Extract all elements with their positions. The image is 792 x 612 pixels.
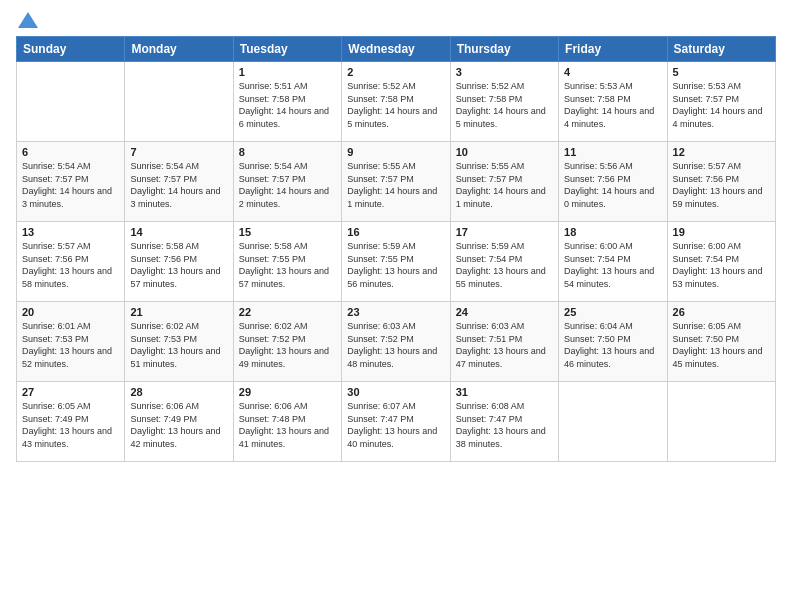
day-info: Sunrise: 6:00 AM Sunset: 7:54 PM Dayligh… — [673, 240, 770, 290]
day-number: 6 — [22, 146, 119, 158]
day-number: 3 — [456, 66, 553, 78]
calendar-cell: 3Sunrise: 5:52 AM Sunset: 7:58 PM Daylig… — [450, 62, 558, 142]
calendar-cell: 14Sunrise: 5:58 AM Sunset: 7:56 PM Dayli… — [125, 222, 233, 302]
calendar-cell: 13Sunrise: 5:57 AM Sunset: 7:56 PM Dayli… — [17, 222, 125, 302]
day-info: Sunrise: 5:51 AM Sunset: 7:58 PM Dayligh… — [239, 80, 336, 130]
calendar-cell: 12Sunrise: 5:57 AM Sunset: 7:56 PM Dayli… — [667, 142, 775, 222]
calendar-cell: 11Sunrise: 5:56 AM Sunset: 7:56 PM Dayli… — [559, 142, 667, 222]
calendar-cell: 29Sunrise: 6:06 AM Sunset: 7:48 PM Dayli… — [233, 382, 341, 462]
day-number: 19 — [673, 226, 770, 238]
header — [16, 12, 776, 28]
day-info: Sunrise: 6:06 AM Sunset: 7:49 PM Dayligh… — [130, 400, 227, 450]
calendar-cell: 21Sunrise: 6:02 AM Sunset: 7:53 PM Dayli… — [125, 302, 233, 382]
logo-icon — [18, 12, 38, 28]
day-info: Sunrise: 5:59 AM Sunset: 7:55 PM Dayligh… — [347, 240, 444, 290]
day-info: Sunrise: 5:55 AM Sunset: 7:57 PM Dayligh… — [456, 160, 553, 210]
day-info: Sunrise: 5:54 AM Sunset: 7:57 PM Dayligh… — [22, 160, 119, 210]
calendar-cell: 26Sunrise: 6:05 AM Sunset: 7:50 PM Dayli… — [667, 302, 775, 382]
weekday-header-tuesday: Tuesday — [233, 37, 341, 62]
day-info: Sunrise: 5:54 AM Sunset: 7:57 PM Dayligh… — [130, 160, 227, 210]
day-number: 17 — [456, 226, 553, 238]
calendar-cell: 4Sunrise: 5:53 AM Sunset: 7:58 PM Daylig… — [559, 62, 667, 142]
day-number: 31 — [456, 386, 553, 398]
day-number: 27 — [22, 386, 119, 398]
weekday-header-sunday: Sunday — [17, 37, 125, 62]
day-info: Sunrise: 5:52 AM Sunset: 7:58 PM Dayligh… — [347, 80, 444, 130]
day-info: Sunrise: 6:02 AM Sunset: 7:52 PM Dayligh… — [239, 320, 336, 370]
day-info: Sunrise: 5:53 AM Sunset: 7:57 PM Dayligh… — [673, 80, 770, 130]
day-number: 10 — [456, 146, 553, 158]
day-info: Sunrise: 6:00 AM Sunset: 7:54 PM Dayligh… — [564, 240, 661, 290]
calendar-cell: 1Sunrise: 5:51 AM Sunset: 7:58 PM Daylig… — [233, 62, 341, 142]
calendar-cell: 5Sunrise: 5:53 AM Sunset: 7:57 PM Daylig… — [667, 62, 775, 142]
day-info: Sunrise: 5:58 AM Sunset: 7:55 PM Dayligh… — [239, 240, 336, 290]
calendar-cell: 24Sunrise: 6:03 AM Sunset: 7:51 PM Dayli… — [450, 302, 558, 382]
day-info: Sunrise: 5:52 AM Sunset: 7:58 PM Dayligh… — [456, 80, 553, 130]
day-number: 1 — [239, 66, 336, 78]
calendar-cell — [559, 382, 667, 462]
calendar-cell — [17, 62, 125, 142]
day-info: Sunrise: 6:05 AM Sunset: 7:50 PM Dayligh… — [673, 320, 770, 370]
day-number: 8 — [239, 146, 336, 158]
calendar-cell: 8Sunrise: 5:54 AM Sunset: 7:57 PM Daylig… — [233, 142, 341, 222]
day-number: 24 — [456, 306, 553, 318]
day-number: 4 — [564, 66, 661, 78]
calendar-cell: 23Sunrise: 6:03 AM Sunset: 7:52 PM Dayli… — [342, 302, 450, 382]
day-info: Sunrise: 5:56 AM Sunset: 7:56 PM Dayligh… — [564, 160, 661, 210]
day-number: 26 — [673, 306, 770, 318]
weekday-header-thursday: Thursday — [450, 37, 558, 62]
day-info: Sunrise: 5:57 AM Sunset: 7:56 PM Dayligh… — [22, 240, 119, 290]
svg-marker-0 — [18, 12, 38, 28]
calendar-cell: 18Sunrise: 6:00 AM Sunset: 7:54 PM Dayli… — [559, 222, 667, 302]
day-info: Sunrise: 5:58 AM Sunset: 7:56 PM Dayligh… — [130, 240, 227, 290]
day-info: Sunrise: 6:01 AM Sunset: 7:53 PM Dayligh… — [22, 320, 119, 370]
calendar-cell: 15Sunrise: 5:58 AM Sunset: 7:55 PM Dayli… — [233, 222, 341, 302]
day-info: Sunrise: 6:04 AM Sunset: 7:50 PM Dayligh… — [564, 320, 661, 370]
day-info: Sunrise: 5:59 AM Sunset: 7:54 PM Dayligh… — [456, 240, 553, 290]
day-number: 7 — [130, 146, 227, 158]
day-info: Sunrise: 6:05 AM Sunset: 7:49 PM Dayligh… — [22, 400, 119, 450]
calendar-container: SundayMondayTuesdayWednesdayThursdayFrid… — [0, 0, 792, 612]
day-number: 29 — [239, 386, 336, 398]
calendar-cell: 30Sunrise: 6:07 AM Sunset: 7:47 PM Dayli… — [342, 382, 450, 462]
logo — [16, 12, 38, 28]
calendar-cell: 2Sunrise: 5:52 AM Sunset: 7:58 PM Daylig… — [342, 62, 450, 142]
calendar-cell: 31Sunrise: 6:08 AM Sunset: 7:47 PM Dayli… — [450, 382, 558, 462]
day-number: 21 — [130, 306, 227, 318]
day-number: 14 — [130, 226, 227, 238]
day-number: 9 — [347, 146, 444, 158]
day-number: 15 — [239, 226, 336, 238]
calendar-cell: 25Sunrise: 6:04 AM Sunset: 7:50 PM Dayli… — [559, 302, 667, 382]
day-number: 16 — [347, 226, 444, 238]
day-number: 25 — [564, 306, 661, 318]
day-info: Sunrise: 5:57 AM Sunset: 7:56 PM Dayligh… — [673, 160, 770, 210]
weekday-header-friday: Friday — [559, 37, 667, 62]
calendar-cell: 17Sunrise: 5:59 AM Sunset: 7:54 PM Dayli… — [450, 222, 558, 302]
day-number: 5 — [673, 66, 770, 78]
calendar-cell: 20Sunrise: 6:01 AM Sunset: 7:53 PM Dayli… — [17, 302, 125, 382]
calendar-cell: 22Sunrise: 6:02 AM Sunset: 7:52 PM Dayli… — [233, 302, 341, 382]
day-number: 12 — [673, 146, 770, 158]
day-info: Sunrise: 5:53 AM Sunset: 7:58 PM Dayligh… — [564, 80, 661, 130]
weekday-header-wednesday: Wednesday — [342, 37, 450, 62]
day-info: Sunrise: 5:54 AM Sunset: 7:57 PM Dayligh… — [239, 160, 336, 210]
calendar-cell: 19Sunrise: 6:00 AM Sunset: 7:54 PM Dayli… — [667, 222, 775, 302]
calendar-cell: 10Sunrise: 5:55 AM Sunset: 7:57 PM Dayli… — [450, 142, 558, 222]
day-info: Sunrise: 6:07 AM Sunset: 7:47 PM Dayligh… — [347, 400, 444, 450]
day-number: 23 — [347, 306, 444, 318]
calendar-table: SundayMondayTuesdayWednesdayThursdayFrid… — [16, 36, 776, 462]
calendar-cell: 9Sunrise: 5:55 AM Sunset: 7:57 PM Daylig… — [342, 142, 450, 222]
day-number: 18 — [564, 226, 661, 238]
calendar-cell: 6Sunrise: 5:54 AM Sunset: 7:57 PM Daylig… — [17, 142, 125, 222]
weekday-header-saturday: Saturday — [667, 37, 775, 62]
calendar-cell — [667, 382, 775, 462]
day-number: 11 — [564, 146, 661, 158]
day-info: Sunrise: 6:03 AM Sunset: 7:51 PM Dayligh… — [456, 320, 553, 370]
day-number: 2 — [347, 66, 444, 78]
calendar-cell: 16Sunrise: 5:59 AM Sunset: 7:55 PM Dayli… — [342, 222, 450, 302]
weekday-header-monday: Monday — [125, 37, 233, 62]
day-number: 22 — [239, 306, 336, 318]
day-info: Sunrise: 6:02 AM Sunset: 7:53 PM Dayligh… — [130, 320, 227, 370]
calendar-cell — [125, 62, 233, 142]
day-number: 13 — [22, 226, 119, 238]
